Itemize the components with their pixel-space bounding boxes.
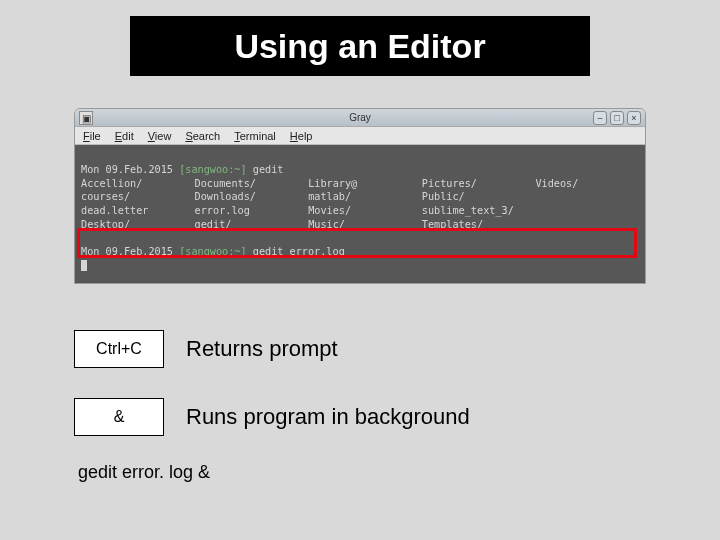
menu-help[interactable]: Help — [290, 130, 313, 142]
ls-output: Accellion/Documents/Library@Pictures/Vid… — [81, 177, 639, 232]
prompt-line-1: Mon 09.Feb.2015 [sangwoo:~] gedit — [81, 164, 283, 175]
terminal-body[interactable]: Mon 09.Feb.2015 [sangwoo:~] gedit Accell… — [75, 145, 645, 283]
terminal-window: ▣ Gray – □ × File Edit View Search Termi… — [74, 108, 646, 284]
close-button[interactable]: × — [627, 111, 641, 125]
slide-title: Using an Editor — [130, 16, 590, 76]
minimize-button[interactable]: – — [593, 111, 607, 125]
key-row-ctrl-c: Ctrl+C Returns prompt — [74, 330, 338, 368]
window-app-icon: ▣ — [79, 111, 93, 125]
menu-file[interactable]: File — [83, 130, 101, 142]
menu-terminal[interactable]: Terminal — [234, 130, 276, 142]
menu-search[interactable]: Search — [185, 130, 220, 142]
example-command: gedit error. log & — [78, 462, 210, 483]
window-menubar: File Edit View Search Terminal Help — [75, 127, 645, 145]
key-row-ampersand: & Runs program in background — [74, 398, 470, 436]
menu-edit[interactable]: Edit — [115, 130, 134, 142]
terminal-cursor — [81, 260, 87, 271]
window-title: Gray — [349, 112, 371, 123]
key-ampersand: & — [74, 398, 164, 436]
key-ctrl-c: Ctrl+C — [74, 330, 164, 368]
menu-view[interactable]: View — [148, 130, 172, 142]
maximize-button[interactable]: □ — [610, 111, 624, 125]
desc-ampersand: Runs program in background — [186, 404, 470, 430]
prompt-line-2: Mon 09.Feb.2015 [sangwoo:~] gedit error.… — [81, 246, 345, 257]
window-titlebar: ▣ Gray – □ × — [75, 109, 645, 127]
desc-ctrl-c: Returns prompt — [186, 336, 338, 362]
